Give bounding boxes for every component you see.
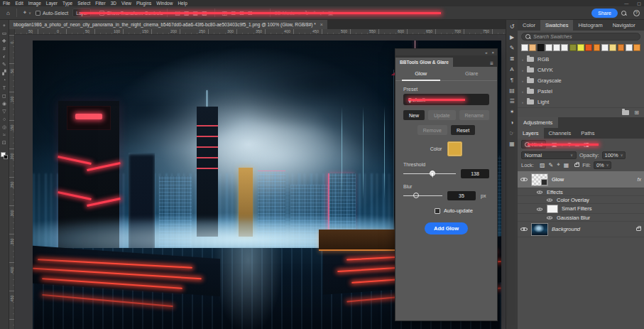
dialog-control-strip[interactable]: « ×	[395, 49, 497, 55]
swatch-13[interactable]	[626, 44, 633, 51]
tool-icon-7[interactable]: ◔	[3, 77, 6, 82]
menu-item-view[interactable]: View	[121, 1, 131, 6]
fx-badge[interactable]: fx	[638, 177, 641, 182]
visibility-eye-icon[interactable]	[547, 197, 552, 203]
visibility-eye-icon[interactable]	[520, 176, 528, 183]
layer-row-color-overlay[interactable]: Color Overlay	[518, 196, 644, 204]
dialog-header[interactable]: BBTools Glow & Glare ≡	[395, 55, 497, 67]
swatch-group-light[interactable]: ›Light	[518, 97, 644, 107]
swatch-group-cmyk[interactable]: ›CMYK	[518, 65, 644, 75]
layer-row-background[interactable]: Background	[518, 222, 644, 237]
menu-item-edit[interactable]: Edit	[15, 1, 23, 6]
filter-kind-select[interactable]: Kind ∨	[521, 140, 546, 149]
tab-channels[interactable]: Channels	[544, 128, 577, 139]
background-thumbnail[interactable]	[531, 223, 548, 236]
dock-panel-icon-9[interactable]: ◑	[511, 120, 514, 126]
visibility-eye-icon[interactable]	[537, 206, 542, 212]
close-tab-icon[interactable]: ×	[320, 22, 323, 27]
tab-swatches[interactable]: Swatches	[540, 20, 574, 31]
menu-item-filter[interactable]: Filter	[95, 1, 105, 6]
glow-color-swatch[interactable]	[447, 141, 462, 156]
new-button[interactable]: New	[403, 110, 425, 120]
reset-button[interactable]: Reset	[451, 125, 475, 135]
dock-panel-icon-7[interactable]: ☰	[509, 99, 514, 104]
layer-thumbnail[interactable]	[531, 173, 548, 186]
tool-icon-3[interactable]: #	[3, 46, 6, 51]
panel-menu-icon[interactable]: ≡	[486, 60, 497, 67]
layer-row-gaussian-blur[interactable]: Gaussian Blur	[518, 214, 644, 222]
document-tab[interactable]: bbogdan1986_a_photo_of_neon_city_panoram…	[9, 20, 327, 29]
tool-icon-12[interactable]: ○	[3, 117, 6, 122]
tool-icon-6[interactable]: ▞	[2, 70, 6, 75]
lock-all-icon[interactable]	[574, 163, 579, 167]
dock-panel-icon-6[interactable]: ▤	[509, 88, 515, 94]
dialog-tab-glow[interactable]: Glow	[395, 67, 447, 80]
layer-row-smart-filters[interactable]: Smart Filters	[518, 204, 644, 214]
tab-color[interactable]: Color	[518, 20, 540, 31]
tab-adjustments[interactable]: Adjustments	[518, 117, 558, 128]
swatch-7[interactable]	[577, 44, 584, 51]
swatch-2[interactable]	[537, 44, 545, 51]
lock-icon-3[interactable]: ▦	[564, 162, 569, 168]
tab-histogram[interactable]: Histogram	[573, 20, 607, 31]
lock-icon-0[interactable]: ▨	[540, 162, 545, 168]
tab-layers[interactable]: Layers	[518, 128, 544, 139]
menu-item-image[interactable]: Image	[28, 1, 41, 6]
minimize-window-icon[interactable]: —	[624, 1, 628, 6]
visibility-eye-icon[interactable]	[537, 189, 542, 195]
dock-panel-icon-2[interactable]: ✎	[510, 45, 515, 51]
search-swatches-input[interactable]: Search Swatches	[521, 33, 640, 41]
blend-mode-select[interactable]: Normal ∨	[521, 151, 577, 159]
swatch-0[interactable]	[521, 44, 528, 51]
swatch-3[interactable]	[545, 44, 552, 51]
swatch-11[interactable]	[609, 44, 616, 51]
tool-icon-1[interactable]: ▭	[2, 31, 7, 36]
fill-field[interactable]: 0% ∨	[594, 161, 612, 169]
collapse-panel-icon[interactable]: «	[485, 50, 487, 55]
menu-item-type[interactable]: Type	[62, 1, 72, 6]
visibility-eye-icon[interactable]	[520, 226, 528, 233]
swatch-group-rgb[interactable]: ›RGB	[518, 54, 644, 65]
menu-item-plugins[interactable]: Plugins	[136, 1, 151, 6]
swatch-14[interactable]	[633, 44, 640, 51]
rename-button[interactable]: Rename	[459, 110, 489, 120]
swatch-12[interactable]	[618, 44, 625, 51]
lock-icon-1[interactable]: ✎	[549, 162, 554, 168]
threshold-slider[interactable]	[403, 169, 456, 178]
tab-paths[interactable]: Paths	[576, 128, 599, 139]
swatch-group-pastel[interactable]: ›Pastel	[518, 86, 644, 97]
tool-icon-4[interactable]: ◐	[3, 54, 6, 59]
dock-panel-icon-4[interactable]: A	[510, 67, 513, 72]
dock-panel-icon-10[interactable]: ☞	[509, 131, 514, 136]
search-icon[interactable]	[621, 11, 626, 16]
tool-icon-15[interactable]: ⊡	[2, 140, 6, 145]
tool-icon-5[interactable]: ✎	[2, 62, 6, 67]
dock-panel-icon-11[interactable]: ▦	[509, 141, 515, 147]
move-tool-icon[interactable]: ⌖	[23, 9, 27, 16]
auto-select-checkbox[interactable]	[36, 11, 40, 16]
background-color-chip[interactable]	[4, 155, 8, 159]
dock-panel-icon-5[interactable]: ¶	[511, 77, 513, 83]
close-panel-icon[interactable]: ×	[491, 50, 494, 55]
menu-item-file[interactable]: File	[3, 1, 10, 6]
maximize-window-icon[interactable]: ▢	[637, 1, 641, 6]
dialog-tab-glare[interactable]: Glare	[447, 67, 498, 80]
dock-panel-icon-1[interactable]: ▶	[510, 35, 514, 41]
preset-select[interactable]: Default ∨	[403, 94, 489, 105]
blur-value-field[interactable]: 35	[447, 191, 476, 200]
home-icon[interactable]: ⌂	[6, 10, 10, 16]
new-swatch-icon[interactable]: ⊞	[634, 109, 639, 116]
tool-icon-2[interactable]: ✚	[2, 38, 6, 43]
tool-icon-9[interactable]: ◻	[2, 93, 6, 98]
chevron-down-icon[interactable]: ∨	[28, 11, 31, 15]
tool-icon-10[interactable]: ◉	[2, 101, 6, 106]
blur-slider[interactable]	[403, 191, 442, 200]
menu-item-3d[interactable]: 3D	[111, 1, 116, 6]
swatch-1[interactable]	[529, 44, 536, 51]
remove-button[interactable]: Remove	[417, 125, 447, 135]
menu-item-help[interactable]: Help	[178, 1, 187, 6]
dock-panel-icon-0[interactable]: ↺	[510, 24, 515, 30]
new-group-icon[interactable]	[622, 110, 629, 115]
threshold-value-field[interactable]: 138	[461, 169, 489, 178]
tool-icon-8[interactable]: T	[3, 85, 6, 90]
